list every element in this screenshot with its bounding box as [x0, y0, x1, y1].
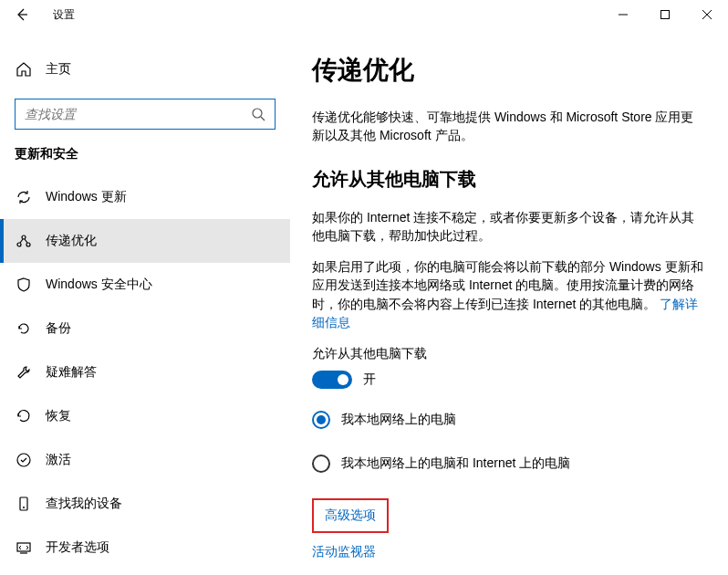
sync-icon — [15, 188, 33, 206]
location-icon — [15, 495, 33, 513]
search-input-container[interactable] — [15, 99, 276, 130]
svg-point-8 — [17, 243, 21, 246]
sidebar-home[interactable]: 主页 — [0, 51, 290, 88]
check-circle-icon — [15, 451, 33, 469]
minimize-icon — [619, 10, 628, 19]
description-2: 如果启用了此项，你的电脑可能会将以前下载的部分 Windows 更新和应用发送到… — [312, 257, 706, 331]
radio-local-and-internet[interactable]: 我本地网络上的电脑和 Internet 上的电脑 — [312, 455, 706, 473]
sidebar-item-label: 激活 — [46, 452, 71, 468]
sidebar-item-label: Windows 更新 — [46, 189, 127, 205]
back-button[interactable] — [7, 0, 36, 29]
sidebar-item-windows-security[interactable]: Windows 安全中心 — [0, 263, 290, 307]
maximize-button[interactable] — [644, 0, 686, 29]
sidebar-item-troubleshoot[interactable]: 疑难解答 — [0, 350, 290, 394]
search-icon — [251, 107, 265, 121]
page-heading: 传递优化 — [312, 53, 706, 88]
svg-point-9 — [26, 243, 30, 246]
svg-point-5 — [253, 109, 262, 118]
toggle-label: 允许从其他电脑下载 — [312, 344, 706, 362]
advanced-options-link[interactable]: 高级选项 — [325, 507, 376, 522]
sidebar-item-label: Windows 安全中心 — [46, 277, 152, 293]
developer-icon — [15, 538, 33, 557]
radio-label: 我本地网络上的电脑和 Internet 上的电脑 — [341, 455, 570, 472]
sidebar-item-developer[interactable]: 开发者选项 — [0, 526, 290, 570]
radio-label: 我本地网络上的电脑 — [341, 412, 456, 428]
backup-icon — [15, 319, 33, 338]
toggle-state: 开 — [363, 371, 376, 388]
sidebar-item-find-my-device[interactable]: 查找我的设备 — [0, 482, 290, 526]
main-content: 传递优化 传递优化能够快速、可靠地提供 Windows 和 Microsoft … — [290, 29, 728, 575]
radio-indicator-icon — [312, 411, 330, 429]
sidebar-section-title: 更新和安全 — [15, 146, 290, 162]
sidebar-item-delivery-optimization[interactable]: 传递优化 — [0, 219, 290, 263]
svg-point-14 — [23, 507, 25, 508]
sidebar-home-label: 主页 — [46, 61, 71, 78]
sidebar-item-label: 备份 — [46, 320, 71, 337]
shield-icon — [15, 276, 33, 294]
sidebar-item-recovery[interactable]: 恢复 — [0, 394, 290, 438]
svg-rect-2 — [661, 11, 670, 19]
sidebar-item-label: 开发者选项 — [46, 539, 109, 556]
svg-point-12 — [17, 454, 30, 466]
home-icon — [15, 60, 33, 78]
sidebar-item-label: 疑难解答 — [46, 364, 97, 381]
advanced-options-highlight: 高级选项 — [312, 498, 389, 533]
activity-monitor-link[interactable]: 活动监视器 — [312, 544, 376, 559]
svg-line-10 — [20, 239, 23, 243]
section-heading: 允许从其他电脑下载 — [312, 167, 706, 192]
svg-point-7 — [22, 235, 26, 239]
radio-local-only[interactable]: 我本地网络上的电脑 — [312, 411, 706, 429]
close-icon — [702, 10, 712, 19]
svg-line-11 — [25, 239, 27, 243]
sidebar-item-activation[interactable]: 激活 — [0, 438, 290, 482]
recovery-icon — [15, 407, 33, 425]
sidebar-item-label: 传递优化 — [46, 233, 97, 249]
arrow-left-icon — [15, 7, 29, 22]
search-input[interactable] — [25, 107, 251, 121]
svg-line-6 — [261, 117, 265, 120]
titlebar: 设置 — [0, 0, 728, 29]
description-1: 如果你的 Internet 连接不稳定，或者你要更新多个设备，请允许从其他电脑下… — [312, 208, 706, 246]
maximize-icon — [660, 10, 670, 19]
allow-downloads-toggle[interactable] — [312, 371, 352, 389]
sidebar-item-windows-update[interactable]: Windows 更新 — [0, 175, 290, 219]
sidebar-item-backup[interactable]: 备份 — [0, 307, 290, 350]
close-button[interactable] — [686, 0, 728, 29]
wrench-icon — [15, 363, 33, 382]
minimize-button[interactable] — [602, 0, 644, 29]
sidebar-item-label: 查找我的设备 — [46, 496, 122, 512]
intro-text: 传递优化能够快速、可靠地提供 Windows 和 Microsoft Store… — [312, 108, 706, 145]
sidebar-item-label: 恢复 — [46, 408, 71, 424]
radio-indicator-icon — [312, 455, 330, 473]
delivery-icon — [15, 232, 33, 250]
window-title: 设置 — [53, 7, 75, 23]
sidebar: 主页 更新和安全 Windows 更新 传递优化 Windows 安全中心 备份… — [0, 29, 290, 575]
